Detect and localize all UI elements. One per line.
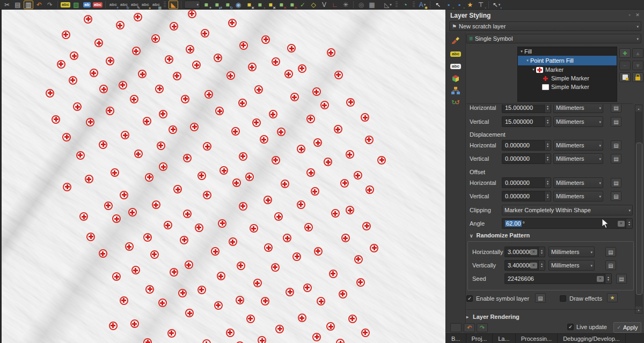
add-ring-icon[interactable]: ■▫ [255,1,265,9]
toolbar-drag-handle[interactable] [164,2,166,8]
randomize-horizontal-unit-combo[interactable]: Millimeters▾ [548,247,595,257]
fill-ring-icon[interactable]: ■✕ [266,1,275,9]
vertex-tool-icon[interactable]: ✳ [341,1,350,9]
layer-rendering-header[interactable]: ▸ Layer Rendering [466,314,519,320]
scrollbar-thumb[interactable] [636,143,642,295]
layer-labeling-options-icon[interactable]: abc [61,1,70,9]
paste-features-icon[interactable]: ▥ [24,1,33,9]
lock-colors-button[interactable] [632,72,643,82]
clear-value-icon[interactable]: ✕ [530,263,537,269]
show-hide-labels-icon[interactable]: abc● [141,1,150,9]
displacement-horizontal-unit-combo[interactable]: Millimeters▾ [553,140,603,151]
undo-icon[interactable]: ↶ [34,1,44,9]
temporal-controller-icon[interactable]: ◔ [400,1,410,9]
clipping-combo[interactable]: Marker Completely Within Shape▾ [502,205,633,215]
rotate-label-icon[interactable]: abc↻ [119,1,129,9]
layout-manager-icon[interactable]: ▦ [367,1,377,9]
tab-3d-view[interactable] [448,73,463,85]
digitizing-target-combo[interactable]: ▾ [184,1,200,9]
apply-button[interactable]: ✓ Apply [613,322,641,333]
expander-icon[interactable]: ▾ [525,58,530,63]
tab-history[interactable]: ↻ ↺ [448,96,463,108]
data-defined-override-button[interactable]: ▤ [616,274,627,284]
displacement-vertical-input[interactable]: 0.000000 ▴▾ [502,153,551,164]
customize-effects-button[interactable]: ★ [607,293,618,302]
spinner-arrows[interactable]: ▴▾ [544,154,551,163]
clear-value-icon[interactable]: ✕ [597,276,604,282]
enable-symbol-layer-checkbox[interactable]: ✓ [466,295,473,302]
move-up-button[interactable]: ▲ [632,48,643,58]
displacement-vertical-unit-combo[interactable]: Millimeters▾ [553,153,603,164]
randomize-pattern-header[interactable]: ∨Randomize Pattern [470,232,530,238]
seed-input[interactable]: 22426606 ✕ ▴▾ [504,273,612,284]
spacing-horizontal-unit-combo[interactable]: Millimeters▾ [553,105,603,113]
annotation-circles-icon[interactable]: ◎ [356,1,366,9]
layer-selector-combo[interactable]: ⚑ New scratch layer ▾ [449,21,641,31]
spacing-vertical-input[interactable]: 15.000000 ▴▾ [502,116,551,127]
change-label-properties-icon[interactable]: abc✎ [130,1,140,9]
float-panel-icon[interactable]: ▫ [626,12,633,18]
data-defined-override-button[interactable]: ▤ [611,117,621,126]
delete-ring-icon[interactable]: ■✕ [276,1,286,9]
style-history-button[interactable] [450,323,462,332]
data-defined-override-button[interactable]: ▤ [611,154,621,163]
spacing-horizontal-input[interactable]: 15.000000 ▴▾ [502,105,551,113]
offset-horizontal-unit-combo[interactable]: Millimeters▾ [553,177,603,188]
spinner-arrows[interactable]: ▴▾ [544,117,551,126]
symbol-tree-row[interactable]: ▾Marker [518,65,617,74]
renderer-combo[interactable]: ≡ Single Symbol ▾ [466,34,641,43]
advanced-digitizing-icon[interactable]: ◣ [169,1,178,9]
clear-value-icon[interactable]: ✕ [530,249,537,255]
pointer-icon[interactable]: ↖ [433,1,443,9]
reshape-features-icon[interactable]: ◇ [309,1,318,9]
dock-tab[interactable]: B... [446,334,466,343]
tab-symbology[interactable] [448,34,463,46]
measure-icon[interactable]: ◺▾ [383,1,393,9]
offset-vertical-unit-combo[interactable]: Millimeters▾ [553,191,603,202]
data-defined-override-button[interactable]: ▤ [535,293,546,303]
data-defined-override-button[interactable]: ▤ [611,191,621,201]
undo-style-button[interactable]: ↶ [464,323,475,332]
select-annotations-icon[interactable]: ↖▪▾ [492,1,501,9]
spacing-vertical-unit-combo[interactable]: Millimeters▾ [553,116,603,127]
offset-vertical-input[interactable]: 0.000000 ▴▾ [502,191,551,202]
tab-diagrams[interactable] [448,85,463,96]
spinner-arrows[interactable]: ▴▾ [544,105,551,113]
draw-effects-checkbox[interactable] [560,295,566,302]
move-down-button[interactable]: ▼ [632,61,643,70]
clear-value-icon[interactable]: ✕ [618,221,625,227]
pin-unpin-labels-icon[interactable]: ab [82,1,92,9]
spinner-arrows[interactable]: ▴▾ [538,247,545,257]
add-symbol-layer-button[interactable]: ✚ [619,48,631,58]
scroll-up-icon[interactable]: ▴ [635,105,642,111]
survey-pole-icon[interactable]: ⊤▫ [476,1,486,9]
dock-tab[interactable]: Proj... [466,334,493,343]
randomize-vertical-input[interactable]: 3.400000 ✕ ▴▾ [504,260,545,271]
data-defined-override-button[interactable]: ▤ [605,247,616,257]
data-defined-override-button[interactable]: ▤ [605,260,616,270]
favorites-star-icon[interactable]: ★ [465,1,475,9]
scale-feature-icon[interactable]: ◉ [233,1,243,9]
data-defined-override-button[interactable]: ▤ [611,140,621,150]
symbol-tree-row[interactable]: Simple Marker [518,74,617,83]
offset-horizontal-input[interactable]: 0.000000 ▴▾ [502,177,551,188]
scroll-down-icon[interactable]: ▾ [635,307,642,313]
layer-diagram-options-icon[interactable]: ▧ [71,1,81,9]
remove-symbol-layer-button[interactable]: − [619,61,631,70]
randomize-vertical-unit-combo[interactable]: Millimeters▾ [548,260,595,271]
tab-labels[interactable]: abc [448,48,463,60]
displacement-horizontal-input[interactable]: 0.000000 ▴▾ [502,140,551,151]
expander-icon[interactable]: ▾ [531,68,536,72]
rotate-feature-icon[interactable]: ■↻ [223,1,232,9]
map-canvas[interactable] [0,10,445,343]
data-defined-override-button[interactable]: ▤ [611,105,621,113]
offset-curve-icon[interactable]: ✓ [298,1,308,9]
spinner-arrows[interactable]: ▴▾ [544,140,551,150]
trim-extend-icon[interactable]: ∟ [330,1,340,9]
dock-tab[interactable]: La... [493,334,515,343]
live-update-checkbox[interactable]: ✓ [567,324,574,330]
spinner-arrows[interactable]: ▴▾ [605,274,611,284]
text-format-icon[interactable]: A✱▾ [418,1,427,9]
simplify-feature-icon[interactable]: ■✕ [244,1,254,9]
split-features-icon[interactable]: V [319,1,329,9]
